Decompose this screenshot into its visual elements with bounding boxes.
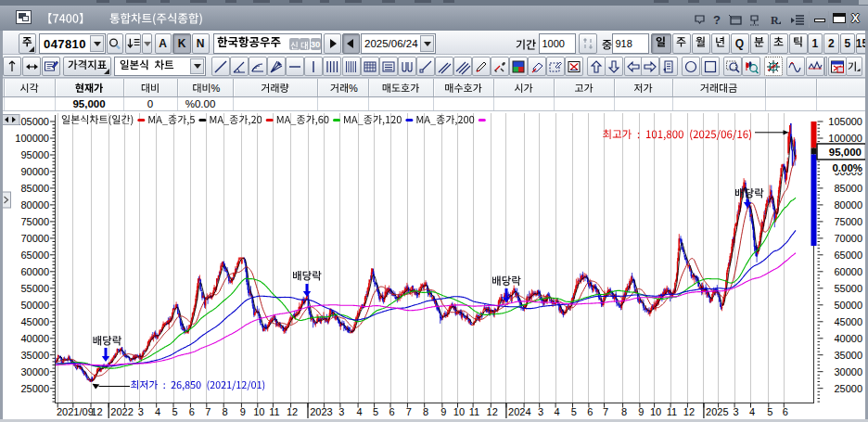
svg-text:95,000: 95,000 [829, 147, 862, 158]
svg-text:85000: 85000 [834, 183, 862, 194]
svg-text:12: 12 [487, 406, 498, 417]
svg-text:100000: 100000 [15, 133, 49, 144]
svg-text:75000: 75000 [834, 216, 862, 227]
svg-text:50000: 50000 [20, 300, 49, 311]
svg-text:90000: 90000 [20, 166, 49, 177]
svg-text:25000: 25000 [20, 383, 49, 394]
svg-text:12: 12 [683, 406, 695, 417]
svg-text:30000: 30000 [834, 366, 862, 377]
svg-text:5: 5 [767, 406, 772, 417]
svg-text:8: 8 [423, 406, 428, 417]
svg-text:9: 9 [440, 406, 446, 417]
svg-text:95000: 95000 [20, 149, 49, 160]
svg-text:6: 6 [587, 406, 593, 417]
svg-text:11: 11 [469, 406, 479, 417]
svg-text:10: 10 [253, 406, 264, 417]
svg-text:7: 7 [205, 406, 211, 417]
svg-text:25000: 25000 [834, 383, 862, 394]
svg-text:2023: 2023 [310, 406, 332, 417]
svg-text:55000: 55000 [834, 283, 862, 294]
svg-text:6: 6 [783, 406, 788, 417]
svg-text:12: 12 [287, 406, 298, 417]
svg-text:8: 8 [223, 406, 228, 417]
svg-text:100000: 100000 [828, 133, 862, 144]
svg-text:30000: 30000 [20, 366, 49, 377]
svg-text:40000: 40000 [834, 333, 862, 344]
svg-text:65000: 65000 [20, 249, 49, 261]
svg-text:105000: 105000 [828, 116, 862, 127]
svg-text:40000: 40000 [20, 333, 49, 344]
svg-text:35000: 35000 [834, 350, 862, 361]
svg-text:2024: 2024 [508, 406, 530, 417]
svg-text:45000: 45000 [20, 316, 49, 327]
svg-text:50000: 50000 [834, 300, 862, 311]
svg-text:9: 9 [240, 406, 246, 417]
svg-text:70000: 70000 [834, 233, 862, 244]
svg-text:11: 11 [269, 406, 279, 417]
svg-text:2021/09: 2021/09 [57, 406, 94, 417]
svg-text:80000: 80000 [20, 199, 49, 211]
svg-text:4: 4 [155, 406, 160, 417]
svg-text:%: % [211, 83, 221, 94]
svg-text:%: % [349, 83, 358, 94]
svg-text:35000: 35000 [20, 350, 49, 361]
svg-text:3: 3 [538, 406, 543, 417]
svg-text:11: 11 [667, 406, 677, 417]
svg-text:45000: 45000 [834, 316, 862, 327]
svg-text:2025: 2025 [706, 406, 728, 417]
svg-text:3: 3 [338, 406, 344, 417]
svg-text:55000: 55000 [20, 283, 49, 294]
svg-text:8: 8 [621, 406, 627, 417]
svg-text:10: 10 [453, 406, 465, 417]
svg-text:0.00%: 0.00% [832, 162, 862, 173]
svg-text:7: 7 [406, 406, 412, 417]
svg-text:60000: 60000 [834, 266, 862, 277]
svg-text:85000: 85000 [20, 183, 49, 194]
svg-text:3: 3 [733, 406, 738, 417]
svg-text:5: 5 [373, 406, 378, 417]
svg-text:9: 9 [638, 406, 644, 417]
svg-text:R: R [771, 14, 779, 27]
svg-text:4: 4 [749, 406, 755, 417]
svg-text:10: 10 [650, 406, 661, 417]
svg-text:105000: 105000 [15, 116, 49, 127]
svg-text:70000: 70000 [20, 233, 49, 244]
svg-text:4: 4 [555, 406, 560, 417]
svg-text:75000: 75000 [20, 216, 49, 227]
svg-text:%0.00: %0.00 [185, 98, 216, 109]
svg-text:5: 5 [571, 406, 577, 417]
svg-text:4: 4 [356, 406, 362, 417]
svg-text:6: 6 [189, 406, 195, 417]
svg-text:3: 3 [138, 406, 144, 417]
svg-text:0: 0 [147, 98, 153, 109]
svg-text:5: 5 [172, 406, 177, 417]
svg-text:?: ? [713, 13, 721, 27]
svg-text:7: 7 [603, 406, 608, 417]
svg-text:6: 6 [389, 406, 394, 417]
svg-text:80000: 80000 [834, 199, 862, 211]
svg-text:60000: 60000 [20, 266, 49, 277]
svg-text:65000: 65000 [834, 249, 862, 261]
svg-text:2022: 2022 [110, 406, 133, 417]
svg-text:95,000: 95,000 [72, 98, 105, 109]
